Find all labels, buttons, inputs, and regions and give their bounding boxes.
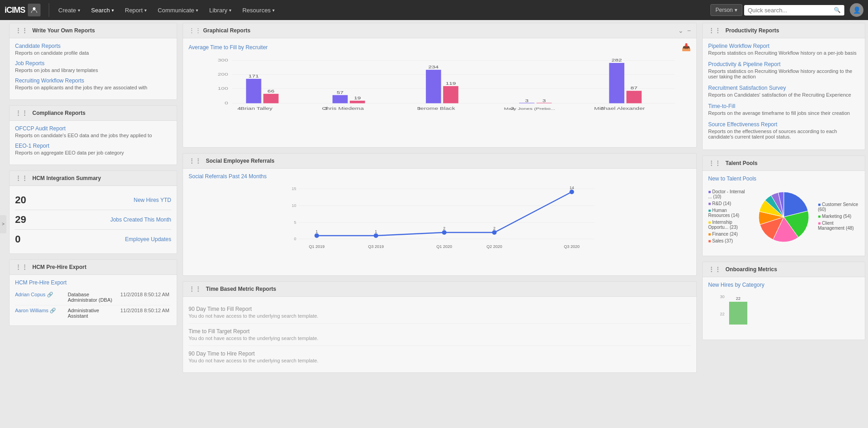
- source-effectiveness-link[interactable]: Source Effectiveness Report: [708, 121, 859, 128]
- nav-communicate[interactable]: Communicate ▾: [153, 4, 203, 16]
- icims-logo: iCIMS: [5, 5, 25, 15]
- onboarding-content: New Hires by Category 30 22 22: [703, 277, 865, 340]
- time-item-2-desc: You do not have access to the underlying…: [189, 335, 691, 341]
- logo-area: iCIMS: [5, 4, 41, 16]
- legend-dot-client: ■: [818, 221, 821, 226]
- prehire-name-2[interactable]: Aaron Williams 🔗: [15, 308, 66, 319]
- svg-text:Chris Miedema: Chris Miedema: [322, 106, 364, 110]
- legend-item-client: ■ Client Management (48): [818, 221, 859, 231]
- eeo1-desc: Reports on aggregate EEO data per job ca…: [15, 150, 171, 155]
- collapse-sidebar-btn[interactable]: >: [0, 215, 6, 233]
- nav-report[interactable]: Report ▾: [120, 4, 151, 16]
- time-based-content: 90 Day Time to Fill Report You do not ha…: [183, 297, 696, 372]
- new-hires-by-category-link[interactable]: New Hires by Category: [708, 282, 764, 288]
- nav-icon-box[interactable]: [28, 4, 41, 16]
- compliance-content: OFCCP Audit Report Reports on candidate'…: [10, 121, 177, 165]
- create-chevron: ▾: [78, 8, 80, 13]
- collapse-icon[interactable]: ⌄: [678, 27, 684, 34]
- nav-search[interactable]: Search ▾: [87, 4, 118, 16]
- user-avatar[interactable]: 👤: [850, 3, 863, 17]
- graphical-reports-title: Graphical Reports: [203, 27, 678, 34]
- svg-text:171: 171: [249, 74, 259, 78]
- pipeline-workflow-link[interactable]: Pipeline Workflow Report: [708, 43, 859, 49]
- talent-pools-panel: ⋮⋮ Talent Pools New to Talent Pools ■ Do…: [702, 155, 865, 256]
- hcm-prehire-export-link[interactable]: HCM Pre-Hire Export: [15, 279, 171, 286]
- time-item-3-desc: You do not have access to the underlying…: [189, 358, 691, 363]
- svg-text:282: 282: [612, 58, 622, 62]
- time-item-1-title: 90 Day Time to Fill Report: [189, 306, 691, 312]
- legend-label-doctor: Doctor - Internal ... (10): [708, 189, 745, 199]
- new-to-talent-pools-link[interactable]: New to Talent Pools: [708, 175, 859, 182]
- social-referrals-header: ⋮⋮ Social Employee Referrals: [183, 154, 696, 169]
- time-item-3-title: 90 Day Time to Hire Report: [189, 351, 691, 357]
- time-to-fill-link[interactable]: Time-to-Fill: [708, 103, 859, 109]
- onboarding-header: ⋮⋮ Onboarding Metrics: [703, 262, 865, 277]
- eeo1-link[interactable]: EEO-1 Report: [15, 143, 171, 149]
- job-reports-link[interactable]: Job Reports: [15, 60, 171, 67]
- legend-dot-rd: ■: [708, 201, 711, 206]
- legend-item-marketing: ■ Marketing (54): [818, 214, 859, 219]
- write-reports-title: Write Your Own Reports: [32, 27, 95, 34]
- legend-label-hr: Human Resources (14): [708, 208, 739, 218]
- candidate-reports-link[interactable]: Candidate Reports: [15, 43, 171, 49]
- svg-rect-16: [350, 101, 365, 103]
- communicate-chevron: ▾: [196, 8, 198, 13]
- time-drag-handle: ⋮⋮: [189, 285, 201, 293]
- svg-rect-9: [246, 79, 261, 103]
- svg-text:22: 22: [720, 312, 725, 316]
- nav-library[interactable]: Library ▾: [204, 4, 236, 16]
- left-column: > ⋮⋮ Write Your Own Reports Candidate Re…: [0, 20, 180, 428]
- bar-chart-area: 300 200 100 0 171 66 4 Brian Talley: [189, 52, 691, 143]
- hcm-integration-header: ⋮⋮ HCM Integration Summary: [10, 171, 177, 186]
- productivity-pipeline-desc: Reports statistics on Recruiting Workflo…: [708, 68, 859, 79]
- compliance-panel: ⋮⋮ Compliance Reports OFCCP Audit Report…: [9, 105, 177, 165]
- svg-text:0: 0: [294, 237, 296, 241]
- hcm-drag-handle: ⋮⋮: [15, 175, 28, 182]
- svg-text:15: 15: [291, 186, 296, 191]
- graphical-drag-handle: ⋮⋮: [189, 27, 201, 34]
- svg-point-51: [570, 190, 574, 194]
- social-referrals-link[interactable]: Social Referrals Past 24 Months: [189, 173, 266, 180]
- recruitment-satisfaction-desc: Reports on Candidates' satisfaction of t…: [708, 92, 859, 98]
- legend-label-finance: Finance (24): [712, 232, 738, 237]
- time-item-2-title: Time to Fill Target Report: [189, 328, 691, 335]
- svg-text:Q3 2020: Q3 2020: [564, 244, 580, 249]
- minimize-icon[interactable]: −: [687, 27, 691, 34]
- social-referrals-panel: ⋮⋮ Social Employee Referrals Social Refe…: [183, 153, 697, 276]
- compliance-drag-handle: ⋮⋮: [15, 109, 28, 117]
- jobs-created-label: Jobs Created This Month: [110, 217, 171, 223]
- person-dropdown[interactable]: Person ▾: [710, 4, 742, 16]
- prehire-name-1[interactable]: Adrian Copus 🔗: [15, 292, 66, 303]
- quick-search-input[interactable]: [748, 7, 831, 14]
- ofccp-audit-link[interactable]: OFCCP Audit Report: [15, 125, 171, 132]
- nav-resources[interactable]: Resources ▾: [238, 4, 279, 16]
- legend-item-finance: ■ Finance (24): [708, 232, 750, 237]
- compliance-header: ⋮⋮ Compliance Reports: [10, 106, 177, 121]
- write-reports-panel: ⋮⋮ Write Your Own Reports Candidate Repo…: [9, 23, 177, 100]
- prehire-drag-handle: ⋮⋮: [15, 263, 28, 271]
- recruiting-workflow-reports-link[interactable]: Recruiting Workflow Reports: [15, 77, 171, 84]
- productivity-pipeline-link[interactable]: Productivity & Pipeline Report: [708, 61, 859, 67]
- source-effectiveness-desc: Reports on the effectiveness of sources …: [708, 129, 859, 139]
- compliance-title: Compliance Reports: [32, 110, 86, 116]
- legend-label-client: Client Management (48): [818, 221, 854, 231]
- svg-point-0: [33, 7, 36, 10]
- svg-text:2: 2: [443, 226, 445, 231]
- svg-point-47: [315, 233, 319, 238]
- write-reports-header: ⋮⋮ Write Your Own Reports: [10, 23, 177, 38]
- onboarding-chart: 30 22 22: [708, 288, 859, 335]
- search-icon[interactable]: 🔍: [834, 7, 841, 13]
- svg-text:Q2 2020: Q2 2020: [486, 244, 502, 249]
- avg-time-fill-link[interactable]: Average Time to Fill by Recruiter: [189, 44, 268, 51]
- time-item-1-desc: You do not have access to the underlying…: [189, 313, 691, 319]
- jobs-created-number: 29: [15, 214, 33, 226]
- graphical-reports-content: Average Time to Fill by Recruiter 📥 300 …: [183, 38, 696, 147]
- nav-create[interactable]: Create ▾: [54, 4, 85, 16]
- prehire-date-2: 11/2/2018 8:50:12 AM: [120, 308, 171, 319]
- svg-point-49: [442, 230, 447, 235]
- download-icon[interactable]: 📥: [682, 43, 691, 52]
- recruitment-satisfaction-link[interactable]: Recruitment Satisfaction Survey: [708, 85, 859, 91]
- talent-drag-handle: ⋮⋮: [708, 160, 721, 167]
- write-reports-content: Candidate Reports Reports on candidate p…: [10, 38, 177, 99]
- time-based-header: ⋮⋮ Time Based Metric Reports: [183, 282, 696, 297]
